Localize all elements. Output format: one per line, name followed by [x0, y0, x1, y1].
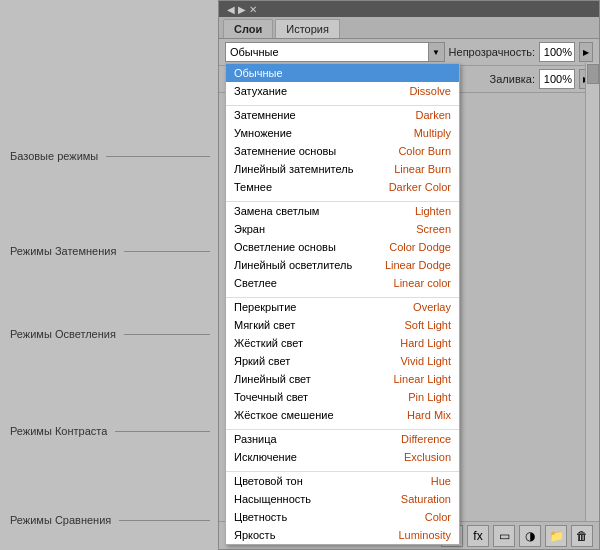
left-labels-container: Базовые режимыРежимы ЗатемненияРежимы Ос…: [0, 60, 210, 550]
tab-layers[interactable]: Слои: [223, 19, 273, 38]
label-text-darken: Режимы Затемнения: [10, 245, 116, 257]
label-line-compare: [119, 520, 210, 521]
panel-title: ◀ ▶ ✕: [227, 4, 257, 15]
menu-item-en-pinlight: Pin Light: [408, 391, 451, 403]
label-darken: Режимы Затемнения: [10, 245, 210, 257]
menu-item-multiply[interactable]: УмножениеMultiply: [226, 124, 459, 142]
menu-item-color[interactable]: ЦветностьColor: [226, 508, 459, 526]
tabs-container: Слои История: [219, 17, 599, 39]
label-line-base: [106, 156, 210, 157]
menu-item-ru-darken: Затемнение: [234, 109, 408, 121]
menu-item-lightercolor[interactable]: СветлееLinear color: [226, 274, 459, 292]
menu-item-ru-linearburn: Линейный затемнитель: [234, 163, 386, 175]
menu-item-ru-colordodge: Осветление основы: [234, 241, 381, 253]
menu-item-ru-hardlight: Жёсткий свет: [234, 337, 392, 349]
tool-btn-mask[interactable]: ▭: [493, 525, 515, 547]
menu-item-en-darken: Darken: [416, 109, 451, 121]
menu-item-en-hardlight: Hard Light: [400, 337, 451, 349]
tool-btn-fx[interactable]: fx: [467, 525, 489, 547]
menu-item-en-colorburn: Color Burn: [398, 145, 451, 157]
label-text-base: Базовые режимы: [10, 150, 98, 162]
menu-item-en-darkercolor: Darker Color: [389, 181, 451, 193]
menu-item-ru-color: Цветность: [234, 511, 417, 523]
menu-item-dissolve[interactable]: ЗатуханиеDissolve: [226, 82, 459, 100]
menu-item-en-lineardodge: Linear Dodge: [385, 259, 451, 271]
label-text-contrast: Режимы Контраста: [10, 425, 107, 437]
menu-item-en-exclusion: Exclusion: [404, 451, 451, 463]
menu-item-luminosity[interactable]: ЯркостьLuminosity: [226, 526, 459, 544]
menu-item-screen[interactable]: ЭкранScreen: [226, 220, 459, 238]
menu-item-ru-softlight: Мягкий свет: [234, 319, 397, 331]
scrollbar[interactable]: [585, 63, 599, 521]
menu-item-linearburn[interactable]: Линейный затемнительLinear Burn: [226, 160, 459, 178]
menu-item-en-luminosity: Luminosity: [398, 529, 451, 541]
menu-item-en-vividlight: Vivid Light: [400, 355, 451, 367]
menu-item-overlay[interactable]: ПерекрытиеOverlay: [226, 298, 459, 316]
label-contrast: Режимы Контраста: [10, 425, 210, 437]
label-compare: Режимы Сравнения: [10, 514, 210, 526]
label-text-lighten: Режимы Осветления: [10, 328, 116, 340]
menu-item-ru-hardmix: Жёсткое смешение: [234, 409, 399, 421]
fill-input[interactable]: [539, 69, 575, 89]
tool-btn-adj[interactable]: ◑: [519, 525, 541, 547]
blend-mode-dropdown: ОбычныеЗатуханиеDissolveЗатемнениеDarken…: [225, 63, 460, 545]
menu-item-ru-normal: Обычные: [234, 67, 451, 79]
menu-item-ru-darkercolor: Темнее: [234, 181, 381, 193]
menu-item-normal[interactable]: Обычные: [226, 64, 459, 82]
blend-mode-arrow[interactable]: ▼: [429, 42, 445, 62]
menu-item-en-saturation: Saturation: [401, 493, 451, 505]
menu-item-ru-difference: Разница: [234, 433, 393, 445]
menu-item-ru-hue: Цветовой тон: [234, 475, 423, 487]
menu-item-linearlight[interactable]: Линейный светLinear Light: [226, 370, 459, 388]
menu-item-lighten[interactable]: Замена светлымLighten: [226, 202, 459, 220]
menu-item-en-lightercolor: Linear color: [394, 277, 451, 289]
menu-item-ru-linearlight: Линейный свет: [234, 373, 386, 385]
menu-item-darken[interactable]: ЗатемнениеDarken: [226, 106, 459, 124]
label-lighten: Режимы Осветления: [10, 328, 210, 340]
menu-item-difference[interactable]: РазницаDifference: [226, 430, 459, 448]
menu-item-hue[interactable]: Цветовой тонHue: [226, 472, 459, 490]
menu-item-en-multiply: Multiply: [414, 127, 451, 139]
menu-item-darkercolor[interactable]: ТемнееDarker Color: [226, 178, 459, 196]
menu-item-ru-luminosity: Яркость: [234, 529, 390, 541]
menu-item-en-hardmix: Hard Mix: [407, 409, 451, 421]
label-base: Базовые режимы: [10, 150, 210, 162]
menu-item-ru-saturation: Насыщенность: [234, 493, 393, 505]
menu-item-hardlight[interactable]: Жёсткий светHard Light: [226, 334, 459, 352]
opacity-input[interactable]: [539, 42, 575, 62]
scroll-thumb[interactable]: [587, 64, 599, 84]
blend-mode-select[interactable]: Обычные ▼: [225, 42, 445, 62]
menu-item-lineardodge[interactable]: Линейный осветлительLinear Dodge: [226, 256, 459, 274]
label-line-lighten: [124, 334, 210, 335]
menu-item-ru-pinlight: Точечный свет: [234, 391, 400, 403]
menu-item-ru-overlay: Перекрытие: [234, 301, 405, 313]
tab-history[interactable]: История: [275, 19, 340, 38]
menu-item-en-lighten: Lighten: [415, 205, 451, 217]
menu-item-exclusion[interactable]: ИсключениеExclusion: [226, 448, 459, 466]
menu-item-en-linearburn: Linear Burn: [394, 163, 451, 175]
opacity-arrow[interactable]: ▶: [579, 42, 593, 62]
menu-item-en-dissolve: Dissolve: [409, 85, 451, 97]
menu-item-colordodge[interactable]: Осветление основыColor Dodge: [226, 238, 459, 256]
menu-item-en-linearlight: Linear Light: [394, 373, 452, 385]
menu-item-pinlight[interactable]: Точечный светPin Light: [226, 388, 459, 406]
menu-item-saturation[interactable]: НасыщенностьSaturation: [226, 490, 459, 508]
menu-item-en-softlight: Soft Light: [405, 319, 451, 331]
label-line-darken: [124, 251, 210, 252]
menu-item-en-color: Color: [425, 511, 451, 523]
blend-mode-display[interactable]: Обычные: [225, 42, 429, 62]
menu-item-softlight[interactable]: Мягкий светSoft Light: [226, 316, 459, 334]
tool-btn-trash[interactable]: 🗑: [571, 525, 593, 547]
menu-item-vividlight[interactable]: Яркий светVivid Light: [226, 352, 459, 370]
menu-item-ru-lightercolor: Светлее: [234, 277, 386, 289]
menu-item-hardmix[interactable]: Жёсткое смешениеHard Mix: [226, 406, 459, 424]
tool-btn-folder[interactable]: 📁: [545, 525, 567, 547]
menu-item-en-hue: Hue: [431, 475, 451, 487]
menu-item-colorburn[interactable]: Затемнение основыColor Burn: [226, 142, 459, 160]
menu-item-en-screen: Screen: [416, 223, 451, 235]
menu-item-ru-colorburn: Затемнение основы: [234, 145, 390, 157]
label-line-contrast: [115, 431, 210, 432]
menu-item-ru-lighten: Замена светлым: [234, 205, 407, 217]
label-text-compare: Режимы Сравнения: [10, 514, 111, 526]
blend-mode-row: Обычные ▼ Непрозрачность: ▶: [219, 39, 599, 66]
